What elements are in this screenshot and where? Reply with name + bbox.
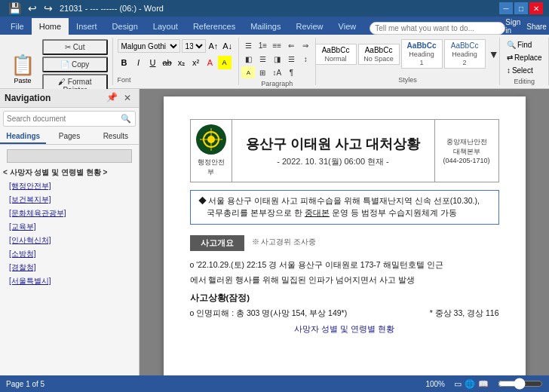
underline-button[interactable]: U [146,56,160,69]
replace-button[interactable]: ⇄ Replace [504,52,545,63]
doc-section1-title: 사고개요 [190,235,244,251]
doc-header-box: 행정안전부 용산구 이태원 사고 대처상황 - 2022. 10. 31(월) … [190,119,499,182]
nav-item-2[interactable]: [문화체육관광부] [0,207,139,220]
nav-item-5[interactable]: [소방청] [0,247,139,261]
tab-review[interactable]: Review [289,18,331,35]
document-page[interactable]: 행정안전부 용산구 이태원 사고 대처상황 - 2022. 10. 31(월) … [164,96,526,375]
doc-body-text3: o 인명피해 : 총 303 명(사망 154, 부상 149*) * 중상 3… [190,307,499,320]
paste-button[interactable]: 📋 Paste [5,51,41,87]
nav-tab-pages[interactable]: Pages [46,130,92,144]
nav-header-buttons: 📌 ✕ [106,92,134,104]
multilevel-button[interactable]: ≡≡ [270,39,284,51]
line-spacing-button[interactable]: ↕ [299,53,312,65]
restore-button[interactable]: □ [514,2,528,14]
find-icon: 🔍 [507,41,516,49]
cut-button[interactable]: ✂ Cut [42,39,108,55]
app-title: 21031 - --- ------ (06:) - Word [60,4,164,13]
nav-item-3[interactable]: [교육부] [0,220,139,234]
show-formatting-button[interactable]: ¶ [284,66,298,78]
tab-references[interactable]: References [186,18,243,35]
nav-tab-results[interactable]: Results [93,130,139,144]
web-layout-button[interactable]: 🌐 [465,379,475,389]
editing-label: Editing [514,76,535,85]
strikethrough-button[interactable]: ab [161,56,174,69]
bold-button[interactable]: B [118,56,131,69]
decrease-font-button[interactable]: A↓ [221,39,234,53]
styles-more-button[interactable]: ▼ [487,48,501,60]
nav-thumbnail [7,149,132,163]
style-normal-label: AaBbCc [322,46,350,54]
subscript-button[interactable]: x₂ [175,56,189,69]
style-heading1[interactable]: AaBbCc Heading 1 [401,39,443,69]
font-controls: Malgun Gothi 13 A↑ A↓ B I U ab x₂ x² A A [118,39,235,69]
view-buttons: ▭ 🌐 📖 [454,379,489,389]
select-button[interactable]: ↕ Select [504,65,545,76]
doc-header-title: 용산구 이태원 사고 대처상황 [246,135,420,153]
tab-home[interactable]: Home [32,18,69,35]
bullets-button[interactable]: ☰ [241,39,255,51]
ribbon-group-paragraph: ☰ 1≡ ≡≡ ⇐ ⇒ ◧ ☰ ◨ ☰ ↕ A ⊞ ↕A ¶ Paragraph [239,38,316,85]
nav-item-main[interactable]: < 사망자 성별 및 연령별 현황 > [0,166,139,179]
undo-button[interactable]: ↩ [26,2,39,15]
font-family-select[interactable]: Malgun Gothi [118,39,180,53]
tab-insert[interactable]: Insert [69,18,105,35]
border-button[interactable]: ⊞ [256,66,269,78]
tab-layout[interactable]: Layout [146,18,186,35]
tab-mailings[interactable]: Mailings [243,18,288,35]
doc-right-line2: 대책본부 [453,147,480,157]
styles-content: AaBbCc Normal AaBbCc No Space AaBbCc Hea… [315,39,501,69]
justify-button[interactable]: ☰ [284,53,298,65]
document-area[interactable]: 행정안전부 용산구 이태원 사고 대처상황 - 2022. 10. 31(월) … [140,89,549,375]
nav-close-button[interactable]: ✕ [121,92,134,104]
italic-button[interactable]: I [132,56,146,69]
shading-button[interactable]: A [241,66,255,78]
nav-item-4[interactable]: [인사혁신처] [0,234,139,247]
redo-button[interactable]: ↪ [41,2,55,15]
text-color-button[interactable]: A [204,56,217,69]
font-size-select[interactable]: 13 [182,39,206,53]
print-layout-button[interactable]: ▭ [454,379,462,389]
read-mode-button[interactable]: 📖 [478,379,489,389]
navigation-panel: Navigation 📌 ✕ 🔍 Headings Pages Results … [0,89,140,375]
tab-view[interactable]: View [331,18,364,35]
find-button[interactable]: 🔍 Find [504,39,545,51]
share-button[interactable]: Share [526,23,547,31]
superscript-button[interactable]: x² [189,56,203,69]
zoom-slider[interactable] [498,378,543,390]
nav-search-input[interactable] [4,112,117,125]
style-normal[interactable]: AaBbCc Normal [315,44,357,65]
copy-button[interactable]: 📄 Copy [42,57,108,72]
window-controls: ─ □ ✕ [499,2,543,14]
search-icon[interactable]: 🔍 [117,112,135,126]
tab-file[interactable]: File [3,18,32,35]
decrease-indent-button[interactable]: ⇐ [284,39,298,51]
increase-font-button[interactable]: A↑ [207,39,220,53]
doc-header-date: - 2022. 10. 31(월) 06:00 현재 - [277,156,389,167]
doc-right-line1: 중앙재난안전 [446,137,487,147]
align-right-button[interactable]: ◨ [270,53,284,65]
style-nospace[interactable]: AaBbCc No Space [358,44,400,65]
doc-highlight-text1: ◆ 서울 용산구 이태원 사고 피해수습을 위해 특별재난지역 신속 선포(10… [198,195,491,207]
increase-indent-button[interactable]: ⇒ [299,39,312,51]
nav-item-1[interactable]: [보건복지부] [0,193,139,207]
nav-tab-headings[interactable]: Headings [0,130,46,144]
sort-button[interactable]: ↕A [270,66,284,78]
search-ribbon-input[interactable] [370,22,505,35]
nav-item-0[interactable]: [행정안전부] [0,179,139,193]
save-button[interactable]: 💾 [6,2,23,15]
numbering-button[interactable]: 1≡ [256,39,269,51]
align-left-button[interactable]: ◧ [241,53,255,65]
tab-design[interactable]: Design [105,18,146,35]
para-row2: ◧ ☰ ◨ ☰ ↕ [241,53,312,65]
nav-pin-icon: 📌 [106,92,118,104]
highlight-button[interactable]: A [218,56,232,69]
minimize-button[interactable]: ─ [499,2,513,14]
nav-item-7[interactable]: [서울특별시] [0,274,139,288]
nav-search-box[interactable]: 🔍 [3,111,136,127]
style-heading2[interactable]: AaBbCc Heading 2 [444,39,486,69]
sign-in-link[interactable]: Sign in [505,18,520,35]
nav-item-6[interactable]: [경찰청] [0,261,139,274]
close-button[interactable]: ✕ [529,2,543,14]
doc-header-right: 중앙재난안전 대책본부 (044-205-1710) [434,120,498,182]
align-center-button[interactable]: ☰ [256,53,269,65]
